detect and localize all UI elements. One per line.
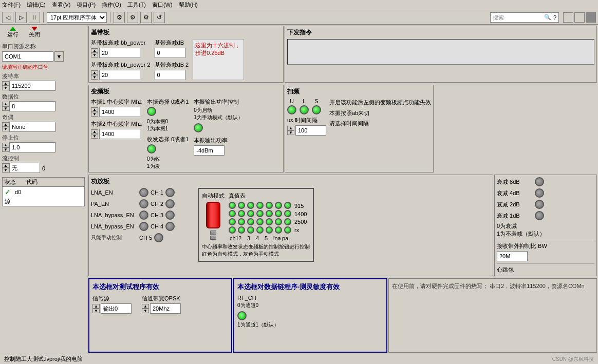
test-signal-up[interactable]: ▲	[92, 304, 100, 309]
flow-dn[interactable]: ▼	[2, 168, 9, 173]
toolbar-btn-1[interactable]: ⚙	[114, 12, 125, 23]
attn1-indicator[interactable]	[535, 211, 544, 220]
corner-btn-3[interactable]	[586, 12, 596, 23]
test-bw-dn[interactable]: ▼	[142, 309, 149, 313]
lna-bypass2-indicator[interactable]	[139, 222, 148, 231]
bb-power-field[interactable]	[99, 48, 140, 58]
bb-power-up[interactable]: ▲	[91, 48, 98, 53]
bb-power2-dn[interactable]: ▼	[91, 75, 98, 80]
flow-field[interactable]	[9, 163, 40, 173]
osc-power-field[interactable]	[194, 145, 225, 156]
osc-power-indicator[interactable]	[194, 123, 203, 132]
parity-dn[interactable]: ▼	[2, 127, 9, 131]
close-button[interactable]: 关闭	[29, 27, 40, 39]
databits-up[interactable]: ▲	[2, 102, 9, 106]
sweep-s-indicator[interactable]	[312, 105, 321, 114]
forward-button[interactable]: ▷	[15, 12, 27, 23]
attn4-indicator[interactable]	[535, 188, 544, 198]
lna-bypass-indicator[interactable]	[139, 210, 148, 220]
test-bw-up[interactable]: ▲	[142, 304, 149, 309]
parity-up[interactable]: ▲	[2, 122, 9, 127]
toolbar-btn-2[interactable]: ⚙	[127, 12, 138, 23]
stopbits-field[interactable]	[9, 142, 55, 152]
back-button[interactable]: ◁	[2, 12, 13, 23]
tt-cell-4-3	[247, 226, 254, 234]
help-icon[interactable]: ?	[553, 14, 556, 21]
attn8-indicator[interactable]	[535, 177, 544, 186]
menu-tools[interactable]: 工具(T)	[127, 1, 146, 9]
search-input[interactable]	[493, 14, 544, 21]
tt-val-3: 2500	[294, 219, 307, 225]
osc1-dn[interactable]: ▼	[91, 112, 98, 117]
stopbits-up[interactable]: ▲	[2, 143, 9, 147]
tt-grid: 915 1400 2500 rx	[229, 202, 307, 234]
tt-cell-3-2	[238, 218, 245, 225]
sweep-l-indicator[interactable]	[300, 105, 309, 114]
search-icon[interactable]: 🔍	[544, 14, 551, 21]
sweep-u-indicator[interactable]	[287, 105, 296, 114]
stop-button[interactable]: ⏸	[29, 12, 40, 23]
auto-mode-cylinder[interactable]	[206, 202, 220, 228]
osc2-field[interactable]	[99, 129, 140, 139]
menu-view[interactable]: 查看(V)	[52, 1, 71, 9]
baud-dn[interactable]: ▼	[2, 86, 9, 90]
menu-project[interactable]: 项目(P)	[77, 1, 96, 9]
menu-edit[interactable]: 编辑(E)	[27, 1, 46, 9]
osc1-field[interactable]	[99, 107, 140, 117]
toolbar-btn-3[interactable]: ⚙	[140, 12, 152, 23]
test-signal-field[interactable]	[101, 303, 132, 314]
sweep-time-dn[interactable]: ▼	[287, 130, 294, 135]
bb-power2-up[interactable]: ▲	[91, 70, 98, 75]
sweep-time-up[interactable]: ▲	[287, 126, 294, 130]
tx-sel-indicator[interactable]	[147, 144, 156, 154]
menu-operate[interactable]: 操作(O)	[102, 1, 121, 9]
databits-dn[interactable]: ▼	[2, 106, 9, 111]
attn0-hint-text: 1为不衰减（默认）	[497, 231, 545, 237]
ch3-indicator[interactable]	[165, 210, 175, 220]
com-dropdown[interactable]: ▼	[54, 51, 64, 62]
databits-field[interactable]	[9, 101, 55, 111]
freq-right: 本振输出功率控制 0为启动1为手动模式（默认） 本振输出功率	[194, 98, 243, 170]
attn2-label: 衰减 2dB	[497, 201, 533, 208]
ch5-indicator[interactable]	[154, 233, 163, 242]
bb-attn2-field[interactable]	[155, 70, 185, 80]
toolbar-btn-4[interactable]: ↺	[154, 12, 165, 23]
side-arrow-1[interactable]	[210, 231, 216, 235]
side-arrow-2[interactable]	[210, 236, 216, 240]
osc-sel-indicator[interactable]	[147, 107, 156, 116]
osc2-dn[interactable]: ▼	[91, 134, 98, 139]
corner-btn-2[interactable]	[574, 12, 585, 23]
menu-help[interactable]: 帮助(H)	[179, 1, 198, 9]
bb-attn-field[interactable]	[155, 48, 185, 58]
lna-en-indicator[interactable]	[139, 188, 148, 197]
baud-field[interactable]	[9, 81, 55, 91]
toolbar: ◁ ▷ ⏸ 17pt 应用程序字体 ⚙ ⚙ ⚙ ↺ 🔍 ?	[0, 10, 598, 25]
test-signal-dn[interactable]: ▼	[92, 309, 100, 313]
font-select[interactable]: 17pt 应用程序字体	[47, 12, 107, 23]
flow-up[interactable]: ▲	[2, 163, 9, 168]
rfch-indicator[interactable]	[237, 311, 247, 320]
pa-en-indicator[interactable]	[139, 199, 148, 208]
tt-col-group	[229, 202, 292, 234]
freq-left: 本振1 中心频率 Mhz ▲ ▼ 本振2 中心频率 Mhz ▲	[91, 98, 142, 170]
test-bw-field[interactable]	[150, 303, 181, 314]
amp-content: LNA_EN CH 1 PA_EN CH 2 LNA_bypas	[91, 188, 491, 262]
stopbits-dn[interactable]: ▼	[2, 147, 9, 152]
parity-field[interactable]	[9, 122, 55, 132]
ch4-indicator[interactable]	[165, 222, 175, 231]
bw-field[interactable]	[497, 251, 528, 261]
com-input[interactable]	[2, 51, 53, 62]
run-button[interactable]: 运行	[7, 27, 18, 39]
bb-power-dn[interactable]: ▼	[91, 53, 98, 58]
ch2-indicator[interactable]	[165, 199, 175, 208]
menu-file[interactable]: 文件(F)	[2, 1, 21, 9]
ch1-indicator[interactable]	[165, 188, 175, 197]
menu-window[interactable]: 窗口(W)	[152, 1, 173, 9]
sweep-time-field[interactable]	[295, 125, 326, 136]
baud-up[interactable]: ▲	[2, 81, 9, 86]
corner-btn-1[interactable]	[563, 12, 573, 23]
osc1-up[interactable]: ▲	[91, 107, 98, 112]
attn2-indicator[interactable]	[535, 200, 544, 209]
osc2-up[interactable]: ▲	[91, 129, 98, 134]
bb-power2-field[interactable]	[99, 70, 140, 80]
